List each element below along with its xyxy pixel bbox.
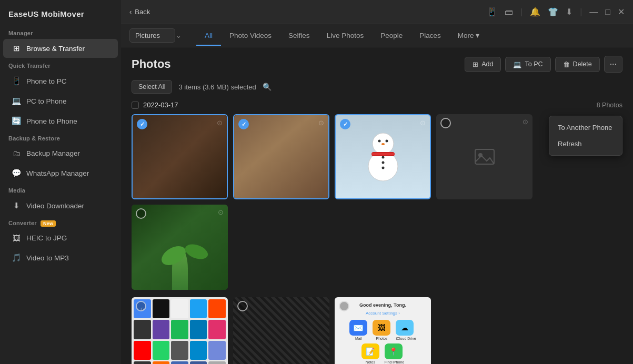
photo-thumb-keyboard[interactable]: 230 Photos, 5 Videos <box>233 297 329 364</box>
live-photo-indicator-2: ⊙ <box>318 119 324 127</box>
converter-section-label: Converter New <box>0 216 121 228</box>
briefcase-icon[interactable]: 🗃 <box>505 7 513 17</box>
photo-thumb-3[interactable]: ⊙ <box>335 114 431 199</box>
snowman-svg <box>362 127 404 185</box>
selection-info: 3 items (3.6 MB) selected <box>178 83 256 91</box>
photo-check-4 <box>440 118 451 128</box>
svg-point-4 <box>381 143 385 145</box>
dropdown-to-another-phone[interactable]: To Another Phone <box>549 119 622 136</box>
whatsapp-icon: 💬 <box>12 168 21 178</box>
backup-icon: 🗂 <box>12 149 21 158</box>
shirt-icon[interactable]: 👕 <box>548 7 558 17</box>
main-area: ‹ Back 📱 🗃 | 🔔 👕 ⬇ | — □ ✕ Pictures Vide… <box>121 0 633 364</box>
tabs-bar: Pictures Videos Music All Photo Videos S… <box>121 24 633 47</box>
manager-section-label: Manager <box>0 26 121 38</box>
live-photo-indicator-3: ⊙ <box>420 119 426 127</box>
sidebar-item-backup-manager[interactable]: 🗂 Backup Manager <box>3 144 118 163</box>
new-badge: New <box>41 220 56 227</box>
dropdown-refresh[interactable]: Refresh <box>549 136 622 152</box>
sidebar: EaseUS MobiMover Manager ⊞ Browse & Tran… <box>0 0 121 364</box>
minimize-button[interactable]: — <box>589 7 598 17</box>
tab-selfies[interactable]: Selfies <box>280 26 318 46</box>
icloud-greeting: Good evening, Tong. <box>359 302 406 308</box>
photo-thumb-1[interactable]: ⊙ <box>132 114 228 199</box>
more-actions-button[interactable]: ··· <box>604 56 622 73</box>
trash-icon: 🗑 <box>563 60 570 68</box>
photo-placeholder-4 <box>436 114 532 199</box>
media-section-label: Media <box>0 183 121 196</box>
svg-rect-9 <box>371 153 395 155</box>
back-button[interactable]: ‹ Back <box>129 8 150 16</box>
download-icon[interactable]: ⬇ <box>566 7 572 17</box>
tab-places[interactable]: Places <box>411 26 449 46</box>
sidebar-item-video-to-mp3[interactable]: 🎵 Video to MP3 <box>3 248 118 267</box>
titlebar: ‹ Back 📱 🗃 | 🔔 👕 ⬇ | — □ ✕ <box>121 0 633 24</box>
delete-button[interactable]: 🗑 Delete <box>555 57 600 72</box>
live-photo-indicator-5: ⊙ <box>218 208 224 216</box>
add-icon: ⊞ <box>473 60 478 68</box>
tab-photo-videos[interactable]: Photo Videos <box>221 26 280 46</box>
photo-check-5 <box>136 208 146 219</box>
sidebar-item-heic-to-jpg[interactable]: 🖼 HEIC to JPG <box>3 229 118 247</box>
svg-point-5 <box>381 156 384 159</box>
content-area: Photos ⊞ Add 💻 To PC 🗑 Delete ··· To Ano <box>121 47 633 364</box>
section1-count: 8 Photos <box>597 102 622 109</box>
photo-thumb-logos[interactable]: G <box>132 297 228 364</box>
tab-all[interactable]: All <box>196 26 221 46</box>
sidebar-item-phone-to-phone[interactable]: 🔄 Phone to Phone <box>3 112 118 130</box>
section1-date: 2022-03-17 <box>132 101 178 109</box>
quick-transfer-section-label: Quick Transfer <box>0 58 121 71</box>
svg-point-3 <box>385 140 388 143</box>
photo-check-logos <box>136 301 146 311</box>
pc-to-phone-icon: 💻 <box>12 96 21 106</box>
svg-point-7 <box>381 167 384 169</box>
app-logo: EaseUS MobiMover <box>0 0 121 26</box>
photo-check-keyboard <box>237 301 248 311</box>
tab-more[interactable]: More ▾ <box>449 26 488 46</box>
photo-thumb-4[interactable]: ⊙ <box>436 114 532 199</box>
svg-rect-10 <box>475 149 494 164</box>
tab-people[interactable]: People <box>372 26 411 46</box>
svg-point-2 <box>378 140 380 143</box>
live-photo-indicator-4: ⊙ <box>523 118 528 126</box>
to-pc-button[interactable]: 💻 To PC <box>505 57 550 72</box>
sidebar-item-pc-to-phone[interactable]: 💻 PC to Phone <box>3 92 118 110</box>
sidebar-item-whatsapp-manager[interactable]: 💬 WhatsApp Manager <box>3 164 118 183</box>
back-chevron-icon: ‹ <box>129 8 132 16</box>
page-title: Photos <box>132 57 171 71</box>
to-pc-icon: 💻 <box>513 60 521 68</box>
sidebar-item-video-downloader[interactable]: ⬇ Video Downloader <box>3 196 118 215</box>
close-button[interactable]: ✕ <box>618 7 625 17</box>
category-select[interactable]: Pictures Videos Music <box>129 28 175 43</box>
content-header: Photos ⊞ Add 💻 To PC 🗑 Delete ··· <box>132 56 622 73</box>
tab-live-photos[interactable]: Live Photos <box>318 26 373 46</box>
live-photo-indicator-1: ⊙ <box>217 119 223 127</box>
maximize-button[interactable]: □ <box>605 7 610 17</box>
svg-point-6 <box>381 161 384 164</box>
sidebar-item-phone-to-pc[interactable]: 📱 Phone to PC <box>3 72 118 90</box>
photo-grid-row2: G <box>132 297 622 364</box>
dropdown-popup: To Another Phone Refresh <box>549 116 622 156</box>
photo-check-2 <box>238 119 249 129</box>
bell-icon[interactable]: 🔔 <box>530 7 540 17</box>
phone-to-pc-icon: 📱 <box>12 76 21 86</box>
photo-thumb-icloud[interactable]: Good evening, Tong. Account Settings › ✉… <box>335 297 431 364</box>
titlebar-controls: 📱 🗃 | 🔔 👕 ⬇ | — □ ✕ <box>487 7 625 17</box>
section1-checkbox[interactable] <box>132 102 139 109</box>
photo-thumb-5[interactable]: ⊙ <box>132 205 228 290</box>
sidebar-item-browse-transfer[interactable]: ⊞ Browse & Transfer <box>3 39 118 58</box>
video-mp3-icon: 🎵 <box>12 253 21 262</box>
browse-transfer-icon: ⊞ <box>12 44 21 53</box>
section1-header: 2022-03-17 8 Photos <box>132 101 622 109</box>
photo-check-3 <box>340 119 350 129</box>
phone-to-phone-icon: 🔄 <box>12 116 21 126</box>
add-button[interactable]: ⊞ Add <box>465 57 501 72</box>
phone-icon[interactable]: 📱 <box>487 7 497 17</box>
toolbar-row: Select All 3 items (3.6 MB) selected 🔍 <box>132 80 622 94</box>
select-all-button[interactable]: Select All <box>132 80 172 94</box>
backup-section-label: Backup & Restore <box>0 131 121 144</box>
photo-thumb-2[interactable]: ⊙ <box>233 114 329 199</box>
heic-icon: 🖼 <box>12 234 21 242</box>
category-select-wrapper: Pictures Videos Music <box>129 28 186 43</box>
search-icon[interactable]: 🔍 <box>263 83 272 91</box>
